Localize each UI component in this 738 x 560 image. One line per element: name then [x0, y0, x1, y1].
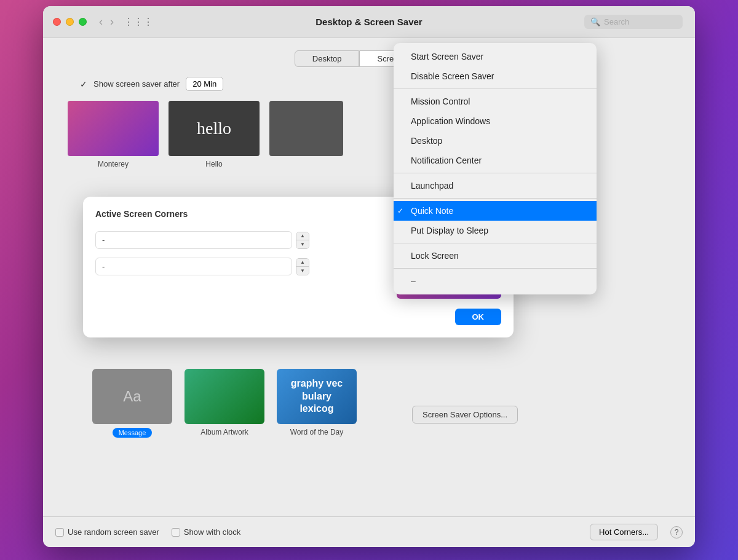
menu-item-desktop-label: Desktop [406, 136, 442, 146]
hello-thumbnail: hello [169, 101, 260, 156]
window-title: Desktop & Screen Saver [315, 17, 422, 27]
separator-5 [394, 268, 597, 269]
thumb-hello[interactable]: hello Hello [169, 101, 260, 168]
separator-3 [394, 198, 597, 199]
menu-item-quicknote-label: Quick Note [406, 206, 453, 216]
show-clock-option[interactable]: Show with clock [172, 527, 240, 537]
random-saver-label: Use random screen saver [68, 527, 159, 537]
bottom-thumbs: Aa Message Album Artwork graphy vecbular… [92, 369, 357, 438]
random-saver-option[interactable]: Use random screen saver [55, 527, 159, 537]
corner-select-bottom-left[interactable]: - [95, 258, 292, 275]
back-button[interactable]: ‹ [97, 15, 105, 28]
select-value-2: - [102, 262, 105, 271]
grid-icon: ⋮⋮⋮ [124, 16, 153, 28]
album-thumbnail [184, 369, 264, 424]
separator-1 [394, 89, 597, 89]
search-icon: 🔍 [590, 17, 600, 26]
stepper-up-1[interactable]: ▲ [296, 232, 309, 241]
stepper-1[interactable]: ▲ ▼ [296, 232, 309, 249]
random-saver-checkbox[interactable] [55, 528, 64, 537]
menu-item-app-windows[interactable]: Application Windows [394, 111, 597, 131]
thumb-monterey[interactable]: Monterey [68, 101, 159, 168]
menu-item-quick-note[interactable]: ✓ Quick Note [394, 201, 597, 221]
album-label: Album Artwork [200, 428, 248, 436]
menu-item-mission-control[interactable]: Mission Control [394, 92, 597, 111]
title-bar: ‹ › ⋮⋮⋮ Desktop & Screen Saver 🔍 Search [43, 6, 695, 38]
saver-options-button[interactable]: Screen Saver Options... [412, 406, 518, 424]
message-badge: Message [113, 428, 153, 438]
monterey-thumbnail [68, 101, 159, 156]
show-after-label: Show screen saver after [93, 79, 180, 89]
menu-item-launchpad[interactable]: Launchpad [394, 176, 597, 195]
menu-item-mission-label: Mission Control [406, 97, 470, 106]
bottom-bar: Use random screen saver Show with clock … [43, 516, 695, 547]
select-value-1: - [102, 235, 105, 245]
album-thumb[interactable]: Album Artwork [184, 369, 264, 438]
menu-item-notification[interactable]: Notification Center [394, 151, 597, 170]
menu-item-lock-label: Lock Screen [406, 251, 459, 261]
separator-4 [394, 243, 597, 243]
stepper-2[interactable]: ▲ ▼ [296, 258, 309, 275]
search-placeholder: Search [604, 17, 629, 26]
menu-item-desktop[interactable]: Desktop [394, 131, 597, 151]
stepper-down-2[interactable]: ▼ [296, 267, 309, 275]
show-clock-label: Show with clock [184, 527, 240, 537]
thumb-partial[interactable] [269, 101, 343, 168]
menu-item-dash[interactable]: – [394, 271, 597, 291]
dialog-btn-row: OK [95, 309, 501, 325]
menu-item-lock-screen[interactable]: Lock Screen [394, 246, 597, 266]
message-thumbnail: Aa [92, 369, 172, 424]
stepper-up-2[interactable]: ▲ [296, 259, 309, 267]
corner-select-top-left[interactable]: - [95, 231, 292, 249]
search-bar[interactable]: 🔍 Search [584, 15, 683, 29]
hello-label: Hello [205, 160, 222, 168]
menu-item-start-label: Start Screen Saver [406, 52, 483, 61]
menu-item-disable-label: Disable Screen Saver [406, 71, 494, 81]
word-thumbnail: graphy vecbularylexicog [277, 369, 357, 424]
menu-item-launchpad-label: Launchpad [406, 181, 453, 191]
message-thumb[interactable]: Aa Message [92, 369, 172, 438]
maximize-button[interactable] [79, 18, 87, 26]
traffic-lights [53, 18, 87, 26]
content-area: Desktop Screen Saver ✓ Show screen saver… [43, 38, 695, 193]
minimize-button[interactable] [66, 18, 74, 26]
forward-button[interactable]: › [108, 15, 116, 28]
dropdown-menu: Start Screen Saver Disable Screen Saver … [394, 43, 597, 294]
menu-item-appwin-label: Application Windows [406, 116, 490, 126]
close-button[interactable] [53, 18, 61, 26]
menu-item-sleep-label: Put Display to Sleep [406, 226, 488, 235]
checkmark: ✓ [80, 79, 87, 89]
monterey-label: Monterey [98, 160, 129, 168]
stepper-down-1[interactable]: ▼ [296, 240, 309, 248]
word-thumb[interactable]: graphy vecbularylexicog Word of the Day [277, 369, 357, 438]
nav-buttons: ‹ › [97, 15, 116, 28]
main-window: ‹ › ⋮⋮⋮ Desktop & Screen Saver 🔍 Search … [43, 6, 695, 547]
menu-item-start-screensaver[interactable]: Start Screen Saver [394, 47, 597, 66]
menu-item-notification-label: Notification Center [406, 156, 482, 165]
menu-item-dash-label: – [406, 276, 416, 286]
help-button[interactable]: ? [670, 526, 683, 538]
hot-corners-button[interactable]: Hot Corners... [590, 524, 658, 540]
menu-item-put-display-sleep[interactable]: Put Display to Sleep [394, 221, 597, 240]
time-selector[interactable]: 20 Min [186, 77, 223, 91]
quick-note-checkmark: ✓ [397, 207, 403, 215]
show-clock-checkbox[interactable] [172, 528, 180, 537]
ok-button[interactable]: OK [455, 309, 502, 325]
partial-thumbnail [269, 101, 343, 156]
menu-item-disable-screensaver[interactable]: Disable Screen Saver [394, 66, 597, 86]
word-label: Word of the Day [290, 428, 343, 436]
separator-2 [394, 173, 597, 173]
tab-desktop[interactable]: Desktop [295, 50, 360, 67]
